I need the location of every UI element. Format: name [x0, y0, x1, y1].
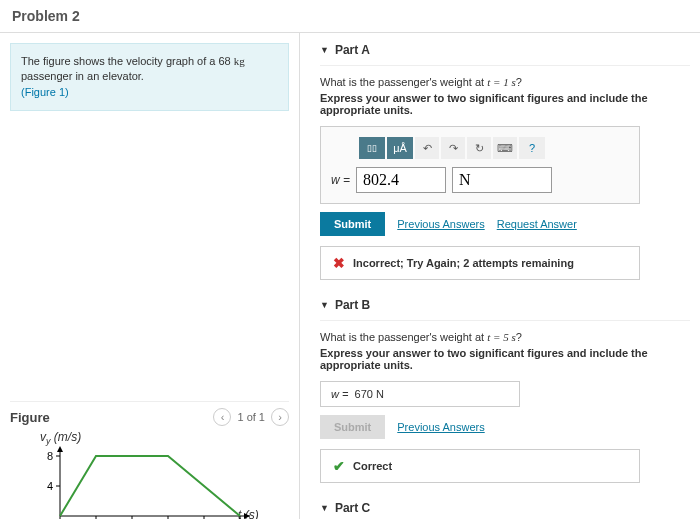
button-row-a: Submit Previous Answers Request Answer — [320, 212, 690, 236]
intro-text-1: The figure shows the velocity graph of a… — [21, 55, 234, 67]
feedback-text-b: Correct — [353, 460, 392, 472]
part-b-title: Part B — [335, 298, 370, 312]
collapse-icon: ▼ — [320, 45, 329, 55]
incorrect-icon: ✖ — [333, 255, 345, 271]
y-axis-label: vy (m/s) — [40, 430, 81, 446]
pager-text: 1 of 1 — [237, 411, 265, 423]
left-column: The figure shows the velocity graph of a… — [0, 33, 300, 519]
svg-marker-2 — [244, 513, 250, 519]
figure-pager: ‹ 1 of 1 › — [213, 408, 289, 426]
answer-row-a: w = — [331, 167, 629, 193]
part-c: ▼ Part C — [320, 501, 690, 519]
part-b-instruct: Express your answer to two significant f… — [320, 347, 690, 371]
answer-box-a: ▯▯ μÅ ↶ ↷ ↻ ⌨ ? w = — [320, 126, 640, 204]
part-b: ▼ Part B What is the passenger's weight … — [320, 298, 690, 483]
svg-text:8: 8 — [47, 450, 53, 462]
part-c-title: Part C — [335, 501, 370, 515]
part-b-question: What is the passenger's weight at t = 5 … — [320, 331, 690, 343]
part-a-header[interactable]: ▼ Part A — [320, 43, 690, 66]
part-a-question: What is the passenger's weight at t = 1 … — [320, 76, 690, 88]
pager-next-button[interactable]: › — [271, 408, 289, 426]
content: The figure shows the velocity graph of a… — [0, 33, 700, 519]
reset-button[interactable]: ↻ — [467, 137, 491, 159]
figure-link[interactable]: (Figure 1) — [21, 86, 69, 98]
value-input-a[interactable] — [356, 167, 446, 193]
figure-title: Figure — [10, 410, 50, 425]
keyboard-button[interactable]: ⌨ — [493, 137, 517, 159]
feedback-b: ✔ Correct — [320, 449, 640, 483]
svg-marker-3 — [57, 446, 63, 452]
chart-svg: 0 2 4 6 8 10 4 8 — [40, 446, 260, 519]
prev-answers-link-a[interactable]: Previous Answers — [397, 218, 484, 230]
submit-button-a[interactable]: Submit — [320, 212, 385, 236]
velocity-chart: vy (m/s) t (s) — [10, 432, 289, 519]
right-column: ▼ Part A What is the passenger's weight … — [300, 33, 700, 519]
template-button[interactable]: ▯▯ — [359, 137, 385, 159]
correct-icon: ✔ — [333, 458, 345, 474]
answer-display-b: w = 670 N — [320, 381, 520, 407]
part-c-header[interactable]: ▼ Part C — [320, 501, 690, 519]
unit-input-a[interactable] — [452, 167, 552, 193]
button-row-b: Submit Previous Answers — [320, 415, 690, 439]
redo-button[interactable]: ↷ — [441, 137, 465, 159]
collapse-icon: ▼ — [320, 503, 329, 513]
collapse-icon: ▼ — [320, 300, 329, 310]
undo-button[interactable]: ↶ — [415, 137, 439, 159]
svg-text:4: 4 — [47, 480, 53, 492]
page-title: Problem 2 — [12, 8, 688, 24]
pager-prev-button[interactable]: ‹ — [213, 408, 231, 426]
feedback-a: ✖ Incorrect; Try Again; 2 attempts remai… — [320, 246, 640, 280]
request-answer-link-a[interactable]: Request Answer — [497, 218, 577, 230]
problem-intro: The figure shows the velocity graph of a… — [10, 43, 289, 111]
part-a-title: Part A — [335, 43, 370, 57]
page-header: Problem 2 — [0, 0, 700, 33]
prev-answers-link-b[interactable]: Previous Answers — [397, 421, 484, 433]
part-b-header[interactable]: ▼ Part B — [320, 298, 690, 321]
part-a-instruct: Express your answer to two significant f… — [320, 92, 690, 116]
help-button[interactable]: ? — [519, 137, 545, 159]
w-label-a: w = — [331, 173, 350, 187]
intro-text-2: passenger in an elevator. — [21, 70, 144, 82]
submit-button-b: Submit — [320, 415, 385, 439]
feedback-text-a: Incorrect; Try Again; 2 attempts remaini… — [353, 257, 574, 269]
intro-unit: kg — [234, 55, 245, 67]
spacer — [10, 121, 289, 401]
units-button[interactable]: μÅ — [387, 137, 413, 159]
part-a: ▼ Part A What is the passenger's weight … — [320, 43, 690, 280]
figure-header: Figure ‹ 1 of 1 › — [10, 401, 289, 432]
answer-toolbar: ▯▯ μÅ ↶ ↷ ↻ ⌨ ? — [359, 137, 629, 159]
